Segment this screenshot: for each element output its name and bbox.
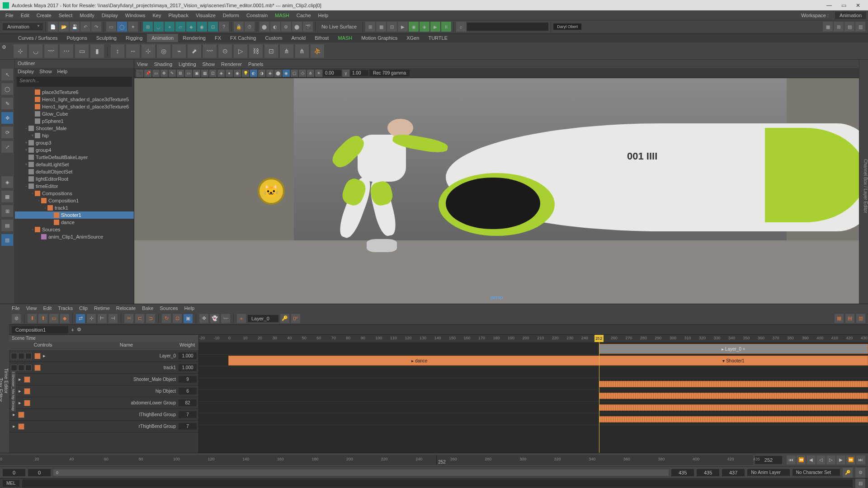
te-menu-tracks[interactable]: Tracks	[58, 305, 73, 311]
shelf-tab-custom[interactable]: Custom	[261, 34, 287, 42]
menu-modify[interactable]: Modify	[76, 13, 98, 18]
redo-icon[interactable]: ↷	[91, 22, 101, 32]
te-layer-dropdown[interactable]: Layer_0	[248, 315, 278, 322]
vp-menu-panels[interactable]: Panels	[248, 61, 264, 67]
shelf-tool-6[interactable]: ▮	[90, 44, 104, 58]
te-timewarp-icon[interactable]: 〰	[221, 314, 230, 323]
outliner-item[interactable]: +defaultLightSet	[15, 161, 134, 168]
channel-box-tab[interactable]: Channel Box / Layer Editor	[859, 60, 868, 304]
maximize-button[interactable]: ▭	[836, 2, 851, 9]
outliner-item[interactable]: -track1	[15, 204, 134, 211]
menu-create[interactable]: Create	[33, 13, 55, 18]
render-setup-icon[interactable]: ◉	[409, 22, 419, 32]
te-clip-keys[interactable]	[599, 416, 868, 422]
outliner-item[interactable]: Hero1_light_shader:d_place3dTexture5	[15, 96, 134, 103]
vp-aa-icon[interactable]: ◈	[266, 70, 274, 77]
shelf-tool-12[interactable]: ⬈	[188, 44, 201, 58]
quick-help-icon[interactable]: ▦	[376, 22, 386, 32]
range-slider-track[interactable]: 0	[53, 469, 669, 476]
shelf-tab-xgen[interactable]: XGen	[402, 34, 424, 42]
lasso-tool-icon[interactable]: ◯	[1, 83, 13, 95]
script-lang-toggle[interactable]: MEL	[3, 480, 19, 487]
outliner-item[interactable]: defaultObjectSet	[15, 168, 134, 175]
shelf-tool-18[interactable]: ⋔	[280, 44, 293, 58]
te-relocator-icon[interactable]: ✥	[199, 314, 208, 323]
te-menu-view[interactable]: View	[26, 305, 37, 311]
render-layer-icon[interactable]: ◈	[420, 22, 429, 32]
shelf-tab-polygons[interactable]: Polygons	[62, 34, 91, 42]
te-clip-keys[interactable]	[599, 381, 868, 387]
vp-film-gate-icon[interactable]: ▭	[185, 70, 192, 77]
render-icon[interactable]: ⬤	[259, 22, 269, 32]
te-menu-file[interactable]: File	[12, 305, 20, 311]
shelf-tab-fxcaching[interactable]: FX Caching	[226, 34, 260, 42]
new-scene-icon[interactable]: 📄	[48, 22, 58, 32]
snap-live-icon[interactable]: ◉	[197, 22, 207, 32]
go-start-icon[interactable]: ⏮	[787, 455, 796, 465]
outliner-item[interactable]: lightEditorRoot	[15, 175, 134, 183]
panel-layout-2-icon[interactable]: ⊞	[834, 22, 844, 32]
te-track-row[interactable]: ▸rThighBend Group7	[9, 421, 198, 432]
step-back-icon[interactable]: ◀	[807, 455, 816, 465]
scale-tool-icon[interactable]: ⤢	[1, 141, 13, 153]
shelf-tool-9[interactable]: ⊹	[142, 44, 155, 58]
te-composition-dropdown[interactable]: Composition1	[12, 326, 68, 333]
te-menu-edit[interactable]: Edit	[43, 305, 52, 311]
range-end-outer-input[interactable]: 437	[722, 469, 745, 476]
shelf-config-icon[interactable]: ⚙	[2, 44, 11, 58]
snap-plane-icon[interactable]: ▱	[175, 22, 185, 32]
vp-menu-renderer[interactable]: Renderer	[221, 61, 242, 67]
shelf-tool-17[interactable]: ⊡	[264, 44, 278, 58]
vp-wireframe-icon[interactable]: ◈	[217, 70, 225, 77]
outliner-item[interactable]: -Sources	[15, 226, 134, 233]
shelf-tool-3[interactable]: 〰	[44, 44, 58, 58]
vp-shaded-icon[interactable]: ●	[226, 70, 233, 77]
te-group-icon[interactable]: ▣	[184, 314, 193, 323]
te-mute-icon[interactable]: ⊘	[12, 314, 21, 323]
user-badge[interactable]: Daryl Obert	[553, 23, 581, 30]
te-scale-icon[interactable]: ⊐	[146, 314, 155, 323]
shelf-tool-15[interactable]: ▷	[234, 44, 247, 58]
anim-layer-dropdown[interactable]: No Anim Layer	[747, 469, 790, 476]
menu-mash[interactable]: MASH	[271, 13, 293, 18]
te-ghost-icon[interactable]: 👻	[210, 314, 219, 323]
te-import-icon[interactable]: ⬇	[28, 314, 37, 323]
layout-3-icon[interactable]: ▤	[1, 220, 13, 231]
outliner-menu-help[interactable]: Help	[57, 69, 68, 75]
snap-point-icon[interactable]: ⋄	[165, 22, 175, 32]
shelf-tool-14[interactable]: ⊙	[218, 44, 232, 58]
play-icon[interactable]: ▶	[430, 22, 440, 32]
step-fwd-key-icon[interactable]: ⏩	[846, 455, 855, 465]
te-snap-frame-icon[interactable]: ⊣	[108, 314, 118, 323]
outliner-item[interactable]: -Composition1	[15, 197, 134, 204]
outliner-item[interactable]: +group3	[15, 139, 134, 146]
te-clip-keys[interactable]	[599, 404, 868, 411]
shelf-tab-arnold[interactable]: Arnold	[287, 34, 310, 42]
close-button[interactable]: ✕	[851, 2, 865, 9]
te-add-comp-icon[interactable]: +	[71, 327, 74, 333]
shelf-tab-turtle[interactable]: TURTLE	[424, 34, 452, 42]
menu-key[interactable]: Key	[149, 13, 165, 18]
menu-display[interactable]: Display	[98, 13, 122, 18]
menu-constrain[interactable]: Constrain	[243, 13, 271, 18]
render-globals-icon[interactable]: ⬤	[292, 22, 302, 32]
menu-cache[interactable]: Cache	[293, 13, 315, 18]
vp-gate-mask-icon[interactable]: ▦	[201, 70, 208, 77]
shelf-tool-1[interactable]: ⊹	[14, 44, 27, 58]
menu-playback[interactable]: Playback	[165, 13, 192, 18]
te-snap-icon[interactable]: ⊹	[87, 314, 96, 323]
te-trim-icon[interactable]: ⊏	[135, 314, 144, 323]
time-slider[interactable]: 0204060801001201401601802002202402602803…	[0, 453, 868, 466]
mode-dropdown[interactable]: Animation	[3, 23, 43, 30]
symmetry-icon[interactable]: ?	[219, 22, 229, 32]
outliner-tree[interactable]: place3dTexture6Hero1_light_shader:d_plac…	[15, 88, 134, 304]
playblast-icon[interactable]: ▶	[398, 22, 408, 32]
search-icon[interactable]: ⌕	[456, 22, 466, 32]
preset-icon[interactable]: ⊡	[387, 22, 397, 32]
te-menu-clip[interactable]: Clip	[79, 305, 88, 311]
te-split-icon[interactable]: ✂	[124, 314, 133, 323]
range-start-inner-input[interactable]: 0	[28, 469, 51, 476]
outliner-item[interactable]: -timeEditor	[15, 183, 134, 190]
vp-shadows-icon[interactable]: ◐	[250, 70, 257, 77]
outliner-item[interactable]: anim_Clip1_AnimSource	[15, 233, 134, 240]
